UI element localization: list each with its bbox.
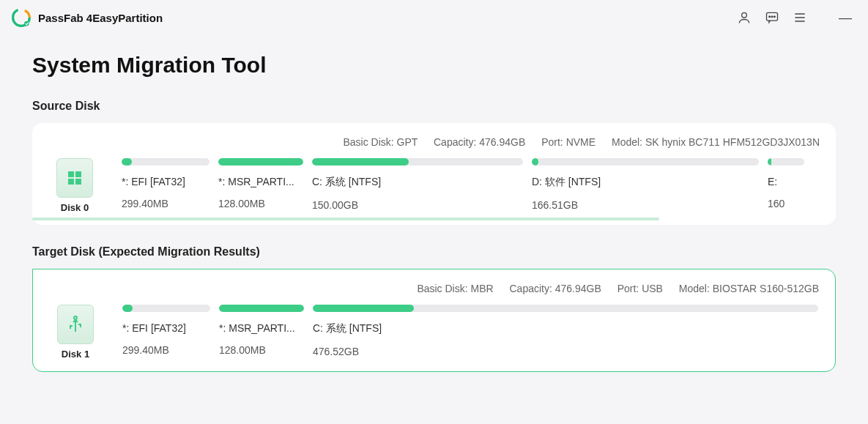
model-label: Model: BIOSTAR S160-512GB bbox=[679, 283, 819, 294]
svg-point-4 bbox=[769, 16, 771, 18]
svg-point-2 bbox=[742, 12, 747, 18]
svg-rect-11 bbox=[75, 171, 81, 177]
title-left: PassFab 4EasyPartition bbox=[12, 8, 163, 27]
partition-size: 160 bbox=[768, 198, 804, 209]
target-section-title: Target Disk (Expected Migration Results) bbox=[32, 245, 836, 259]
partition-name: *: EFI [FAT32] bbox=[122, 176, 209, 187]
source-disk-card: Basic Disk: GPT Capacity: 476.94GB Port:… bbox=[32, 123, 836, 225]
partition-size: 299.40MB bbox=[122, 198, 209, 209]
partition-bar bbox=[122, 158, 209, 165]
partition-name: *: MSR_PARTI... bbox=[218, 176, 303, 187]
partition-bar bbox=[532, 158, 759, 165]
partition[interactable]: *: MSR_PARTI...128.00MB bbox=[219, 305, 304, 357]
svg-point-6 bbox=[774, 16, 776, 18]
partition-name: *: EFI [FAT32] bbox=[122, 322, 210, 334]
partition-bar bbox=[218, 158, 303, 165]
source-disk-icon-wrap: Disk 0 bbox=[48, 158, 101, 213]
partition[interactable]: *: EFI [FAT32]299.40MB bbox=[122, 305, 210, 357]
menu-icon[interactable] bbox=[792, 10, 808, 26]
disk-type-label: Basic Disk: MBR bbox=[417, 283, 493, 294]
partition-name: C: 系统 [NTFS] bbox=[312, 176, 523, 189]
partition[interactable]: E:160 bbox=[768, 158, 804, 211]
partition-name: C: 系统 [NTFS] bbox=[313, 322, 818, 335]
content: System Migration Tool Source Disk Basic … bbox=[0, 35, 868, 372]
usb-disk-icon bbox=[57, 305, 94, 344]
app-name: PassFab 4EasyPartition bbox=[38, 12, 163, 24]
partition-size: 299.40MB bbox=[122, 344, 210, 356]
partition[interactable]: D: 软件 [NTFS]166.51GB bbox=[532, 158, 759, 211]
disk-type-label: Basic Disk: GPT bbox=[343, 136, 418, 148]
partition-size: 128.00MB bbox=[219, 344, 304, 356]
partition[interactable]: C: 系统 [NTFS]150.00GB bbox=[312, 158, 523, 211]
svg-rect-10 bbox=[68, 171, 74, 177]
source-partitions: *: EFI [FAT32]299.40MB*: MSR_PARTI...128… bbox=[122, 158, 820, 211]
svg-rect-13 bbox=[75, 179, 81, 185]
target-disk-meta: Basic Disk: MBR Capacity: 476.94GB Port:… bbox=[49, 283, 819, 294]
titlebar: PassFab 4EasyPartition — bbox=[0, 0, 868, 35]
feedback-icon[interactable] bbox=[764, 10, 780, 26]
partition-name: D: 软件 [NTFS] bbox=[532, 176, 759, 189]
partition-bar bbox=[122, 305, 210, 312]
target-disk-label: Disk 1 bbox=[62, 349, 89, 360]
capacity-label: Capacity: 476.94GB bbox=[510, 283, 601, 294]
svg-point-5 bbox=[771, 16, 773, 18]
partition-bar bbox=[313, 305, 818, 312]
windows-disk-icon bbox=[56, 158, 93, 198]
partition[interactable]: C: 系统 [NTFS]476.52GB bbox=[313, 305, 818, 357]
source-disk-body: Disk 0 *: EFI [FAT32]299.40MB*: MSR_PART… bbox=[48, 158, 820, 213]
target-partitions: *: EFI [FAT32]299.40MB*: MSR_PARTI...128… bbox=[122, 305, 819, 357]
app-logo-icon bbox=[12, 8, 31, 27]
minimize-button[interactable]: — bbox=[834, 10, 856, 26]
page-title: System Migration Tool bbox=[32, 53, 836, 78]
partition-name: E: bbox=[768, 176, 804, 187]
partition-bar bbox=[219, 305, 304, 312]
source-disk-label: Disk 0 bbox=[61, 202, 89, 213]
source-disk-meta: Basic Disk: GPT Capacity: 476.94GB Port:… bbox=[48, 136, 820, 148]
title-right: — bbox=[736, 10, 856, 26]
source-scrollbar[interactable] bbox=[32, 217, 659, 220]
partition-size: 128.00MB bbox=[218, 198, 303, 209]
partition-bar bbox=[312, 158, 523, 165]
partition-size: 166.51GB bbox=[532, 199, 759, 211]
target-disk-icon-wrap: Disk 1 bbox=[49, 305, 102, 360]
target-disk-card[interactable]: Basic Disk: MBR Capacity: 476.94GB Port:… bbox=[32, 269, 836, 372]
partition-name: *: MSR_PARTI... bbox=[219, 322, 304, 334]
partition[interactable]: *: MSR_PARTI...128.00MB bbox=[218, 158, 303, 211]
user-icon[interactable] bbox=[736, 10, 752, 26]
port-label: Port: NVME bbox=[541, 136, 596, 148]
partition-size: 150.00GB bbox=[312, 199, 523, 211]
capacity-label: Capacity: 476.94GB bbox=[434, 136, 525, 148]
partition-size: 476.52GB bbox=[313, 346, 818, 357]
partition-bar bbox=[768, 158, 804, 165]
port-label: Port: USB bbox=[617, 283, 663, 294]
partition[interactable]: *: EFI [FAT32]299.40MB bbox=[122, 158, 209, 211]
source-section-title: Source Disk bbox=[32, 100, 836, 113]
model-label: Model: SK hynix BC711 HFM512GD3JX013N bbox=[612, 136, 820, 148]
svg-rect-12 bbox=[68, 179, 74, 185]
target-disk-body: Disk 1 *: EFI [FAT32]299.40MB*: MSR_PART… bbox=[49, 305, 819, 360]
svg-point-14 bbox=[74, 316, 77, 319]
